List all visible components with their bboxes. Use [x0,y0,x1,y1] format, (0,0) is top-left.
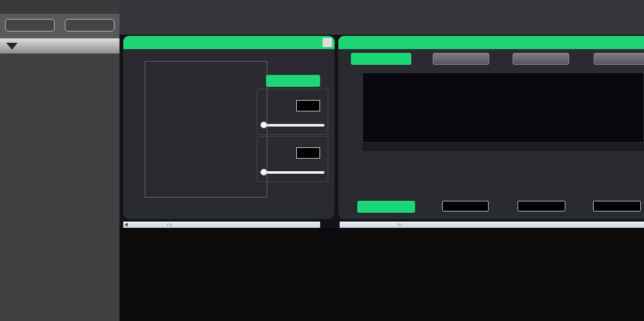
noise-gate-h-scrollbar[interactable] [123,222,320,228]
scrollbar-grip[interactable] [397,223,402,227]
freq-field[interactable] [518,201,565,211]
device-list-title [0,0,119,14]
type-dropdown[interactable] [442,201,489,211]
release-gate-slider[interactable] [260,168,325,177]
release-gate-group [257,136,328,182]
collapse-triangle-icon [6,43,18,50]
paste-button[interactable] [594,53,644,65]
q-field[interactable] [593,201,641,211]
noise-gate-window [123,36,335,219]
noise-gate-window-titlebar[interactable] [123,36,335,49]
slider-track [260,171,325,174]
bypass-all-button[interactable] [433,53,489,65]
scrollbar-grip[interactable] [167,223,172,227]
slider-thumb[interactable] [260,121,267,128]
mixer-panel [119,228,644,321]
set-button[interactable] [65,19,114,31]
start-gate-slider[interactable] [260,121,325,130]
equalizer-window [338,36,644,219]
scan-button[interactable] [5,19,55,31]
equalizer-h-scrollbar[interactable] [340,222,644,228]
device-list-actions [0,14,119,38]
start-gate-value[interactable] [296,100,320,111]
app-root [0,0,644,321]
device-list-expander[interactable] [0,38,119,54]
close-icon[interactable] [323,38,332,47]
eq-x-axis [362,143,644,151]
toolbar [119,0,644,35]
equalizer-window-titlebar[interactable] [338,36,644,49]
start-gate-group [257,89,328,135]
show-control-point-button[interactable] [351,53,411,65]
scroll-left-arrow-icon[interactable] [125,223,128,227]
slider-thumb[interactable] [260,169,267,176]
slider-track [260,124,325,127]
noise-gate-plot[interactable] [145,61,267,198]
device-list-panel [0,0,119,321]
eq-on-button[interactable] [357,201,415,213]
noise-gate-power-button[interactable] [266,75,320,87]
eq-points-layer [362,72,644,143]
release-gate-value[interactable] [296,147,320,159]
copy-button[interactable] [513,53,569,65]
